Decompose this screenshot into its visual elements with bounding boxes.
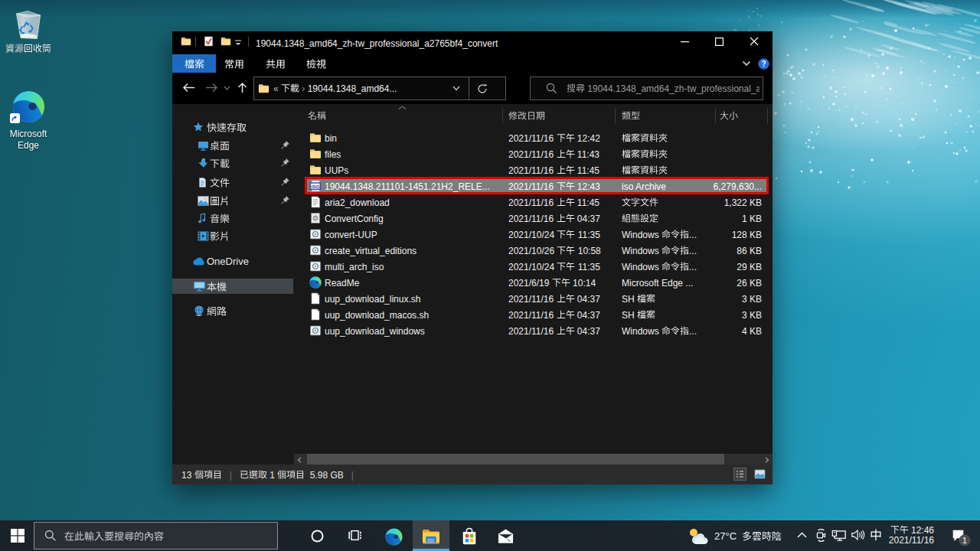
svg-text:?: ? xyxy=(761,60,766,68)
svg-text:1: 1 xyxy=(962,536,967,545)
